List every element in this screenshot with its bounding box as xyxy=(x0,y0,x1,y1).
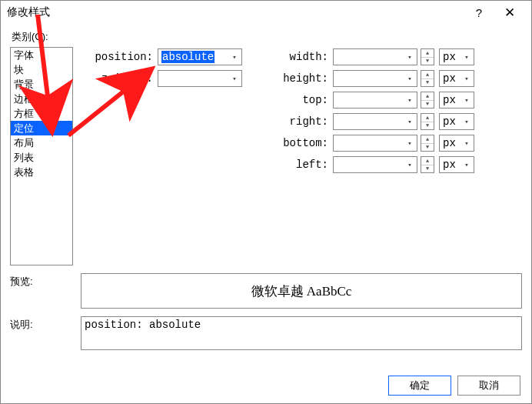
position-combo[interactable]: absolute ▾ xyxy=(158,48,242,65)
chevron-down-icon: ▾ xyxy=(229,50,240,64)
chevron-down-icon: ▾ xyxy=(229,72,240,85)
left-label: left: xyxy=(270,159,330,171)
bottom-unit-combo[interactable]: px▾ xyxy=(439,135,474,152)
chevron-down-icon: ▾ xyxy=(461,50,472,64)
zindex-label: z-index: xyxy=(82,72,155,85)
chevron-down-icon: ▾ xyxy=(461,93,472,107)
width-label: width: xyxy=(270,51,330,63)
height-combo[interactable]: ▾ xyxy=(333,70,417,87)
width-spinner[interactable]: ▲▼ xyxy=(421,48,434,65)
left-spinner[interactable]: ▲▼ xyxy=(421,156,434,173)
chevron-down-icon: ▾ xyxy=(404,72,415,85)
dialog-window: 修改样式 ? ✕ 类别(C): 字体 块 背景 边框 方框 定位 布局 列表 表… xyxy=(0,0,532,404)
right-combo[interactable]: ▾ xyxy=(333,113,417,130)
category-item-table[interactable]: 表格 xyxy=(11,165,72,179)
description-text: position: absolute xyxy=(85,319,201,331)
category-item-layout[interactable]: 布局 xyxy=(11,135,72,150)
zindex-combo[interactable]: ▾ xyxy=(158,70,242,87)
preview-box: 微软卓越 AaBbCc xyxy=(81,273,522,309)
position-label: position: xyxy=(82,51,155,63)
category-item-block[interactable]: 块 xyxy=(11,62,72,77)
titlebar: 修改样式 ? ✕ xyxy=(1,1,531,24)
category-item-list[interactable]: 列表 xyxy=(11,150,72,165)
category-item-position[interactable]: 定位 xyxy=(11,121,72,135)
properties-pane: position: absolute ▾ width: ▾ ▲▼ px▾ z-i… xyxy=(82,47,522,265)
category-item-box[interactable]: 方框 xyxy=(11,106,72,121)
top-unit-combo[interactable]: px▾ xyxy=(439,92,474,109)
description-box: position: absolute xyxy=(81,316,522,350)
preview-sample: 微软卓越 AaBbCc xyxy=(251,282,352,300)
right-spinner[interactable]: ▲▼ xyxy=(421,113,434,130)
right-unit-combo[interactable]: px▾ xyxy=(439,113,474,130)
dialog-title: 修改样式 xyxy=(7,5,50,19)
description-label: 说明: xyxy=(10,316,73,332)
cancel-button[interactable]: 取消 xyxy=(457,376,520,396)
right-label: right: xyxy=(270,115,330,128)
close-button[interactable]: ✕ xyxy=(494,2,525,23)
category-list[interactable]: 字体 块 背景 边框 方框 定位 布局 列表 表格 xyxy=(10,47,73,265)
left-unit-combo[interactable]: px▾ xyxy=(439,156,474,173)
chevron-down-icon: ▾ xyxy=(461,115,472,129)
bottom-spinner[interactable]: ▲▼ xyxy=(421,135,434,152)
width-combo[interactable]: ▾ xyxy=(333,48,417,65)
position-value: absolute xyxy=(161,51,214,63)
chevron-down-icon: ▾ xyxy=(404,50,415,64)
preview-label: 预览: xyxy=(10,273,73,289)
chevron-down-icon: ▾ xyxy=(404,93,415,107)
bottom-combo[interactable]: ▾ xyxy=(333,135,417,152)
help-button[interactable]: ? xyxy=(464,2,494,23)
top-combo[interactable]: ▾ xyxy=(333,92,417,109)
chevron-down-icon: ▾ xyxy=(404,115,415,129)
category-label: 类别(C): xyxy=(12,30,522,44)
ok-button[interactable]: 确定 xyxy=(388,376,451,396)
height-unit-combo[interactable]: px▾ xyxy=(439,70,474,87)
category-item-background[interactable]: 背景 xyxy=(11,77,72,92)
chevron-down-icon: ▾ xyxy=(461,72,472,85)
chevron-down-icon: ▾ xyxy=(461,158,472,172)
top-label: top: xyxy=(270,94,330,106)
left-combo[interactable]: ▾ xyxy=(333,156,417,173)
width-unit-combo[interactable]: px▾ xyxy=(439,48,474,65)
top-spinner[interactable]: ▲▼ xyxy=(421,92,434,109)
category-item-font[interactable]: 字体 xyxy=(11,48,72,62)
chevron-down-icon: ▾ xyxy=(461,136,472,150)
category-item-border[interactable]: 边框 xyxy=(11,92,72,106)
height-label: height: xyxy=(270,72,330,85)
bottom-label: bottom: xyxy=(270,137,330,149)
chevron-down-icon: ▾ xyxy=(404,158,415,172)
chevron-down-icon: ▾ xyxy=(404,136,415,150)
height-spinner[interactable]: ▲▼ xyxy=(421,70,434,87)
